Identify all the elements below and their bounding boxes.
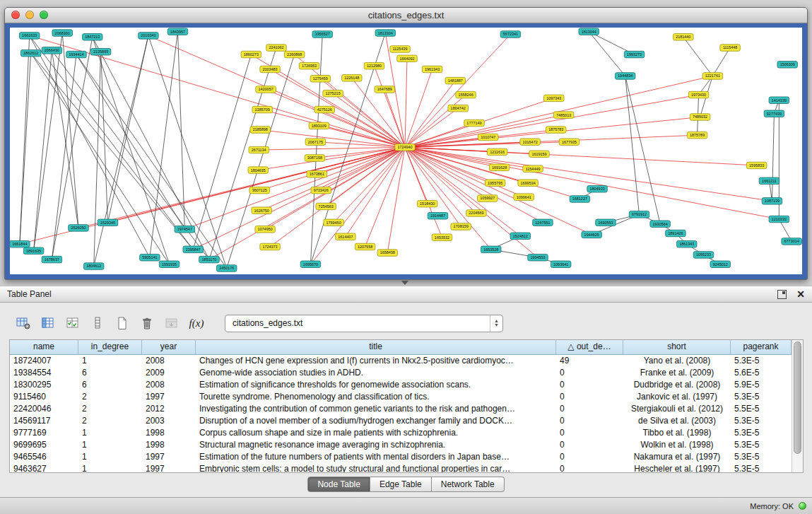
graph-node[interactable]: 1626750 [252,207,271,214]
graph-node[interactable]: 9245012 [710,261,730,268]
float-panel-icon[interactable] [777,290,787,299]
graph-node[interactable]: 1690553 [596,219,616,226]
graph-node[interactable]: 1558246 [456,91,476,98]
graph-node[interactable]: 2241062 [266,45,286,52]
new-document-button[interactable] [113,315,131,332]
graph-node[interactable]: 2016343 [139,33,158,40]
graph-node[interactable]: 1211616 [487,148,507,156]
graph-node[interactable]: 2450176 [216,265,236,272]
graph-node[interactable]: 1956527 [312,31,332,38]
column-header-pagerank[interactable]: pagerank [731,340,792,354]
show-columns-button[interactable] [39,315,57,332]
table-row[interactable]: 1456911722003Disruption of a novel membe… [10,415,792,427]
table-row[interactable]: 1938455462009Genome-wide association stu… [10,367,792,379]
graph-node[interactable]: 1891635 [23,247,43,255]
graph-node[interactable]: 1944834 [615,73,635,80]
graph-node[interactable]: 1207558 [355,243,375,250]
graph-node[interactable]: 1661844 [10,240,30,247]
graph-node[interactable]: 1506309 [777,62,797,69]
graph-node[interactable]: 1678637 [42,256,61,263]
graph-node[interactable]: 1099641 [514,194,534,201]
vertical-scrollbar[interactable] [792,340,803,472]
graph-node[interactable]: 1944625 [582,231,601,238]
graph-node[interactable]: 2181440 [673,34,693,41]
graph-node[interactable]: 1661633 [19,33,39,40]
table-row[interactable]: 911546021997Tourette syndrome. Phenomeno… [10,391,792,403]
graph-node[interactable]: 1653532 [432,234,452,241]
graph-node[interactable]: 1804612 [83,263,103,270]
graph-node[interactable]: 1212980 [364,62,384,69]
graph-node[interactable]: 2185898 [250,127,270,134]
graph-node[interactable]: 1973430 [688,91,708,98]
table-row[interactable]: 946362711997Embryonic stem cells: a mode… [10,463,792,473]
graph-node[interactable]: 1210333 [769,216,789,223]
graph-node[interactable]: 1961343 [422,66,442,73]
graph-node[interactable]: 1934553 [528,254,548,261]
graph-node[interactable]: 3087158 [305,155,324,162]
graph-node[interactable]: 1804742 [448,105,468,112]
graph-node[interactable]: 1059927 [478,195,498,202]
graph-node[interactable]: 9733426 [311,187,331,194]
graph-node[interactable]: 1658438 [377,250,397,257]
graph-node[interactable]: 1591935 [159,261,179,268]
column-header-out_de[interactable]: △ out_de… [556,340,623,354]
column-header-year[interactable]: year [142,340,196,354]
graph-node[interactable]: 1726953 [299,62,319,69]
graph-node[interactable]: 1221761 [702,73,722,80]
graph-node[interactable]: 1677935 [559,139,579,146]
graph-node[interactable]: 1010747 [478,134,498,141]
graph-node[interactable]: 1529345 [98,219,117,226]
graph-node[interactable]: 1095233 [693,252,713,259]
table-source-dropdown[interactable]: citations_edges.txt ▲▼ [225,315,503,332]
graph-node[interactable]: 1619159 [529,151,549,158]
scrollbar-thumb[interactable] [794,341,801,454]
graph-node[interactable]: 1993273 [624,51,644,58]
graph-node[interactable]: 1420057 [256,86,276,93]
graph-node[interactable]: 7485032 [690,114,710,121]
graph-node[interactable]: 1267551 [533,219,553,226]
graph-node[interactable]: 1385709 [252,106,272,113]
graph-node[interactable]: 1695670 [300,261,320,268]
tab-network-table[interactable]: Network Table [432,477,505,492]
graph-node[interactable]: 1115448 [720,45,740,52]
table-row[interactable]: 1830029562008Estimation of significance … [10,379,792,391]
graph-node[interactable]: 7254563 [316,203,336,210]
graph-node[interactable]: 2067175 [305,139,325,146]
graph-node[interactable]: 1851170 [199,256,219,263]
graph-node[interactable]: 1673861 [307,171,326,178]
row-selector-button[interactable] [88,315,107,332]
delete-table-button[interactable] [138,315,156,332]
graph-node[interactable]: 1226148 [342,75,362,82]
graph-node[interactable]: 2671134 [249,146,269,153]
table-row[interactable]: 969969511998Structural magnetic resonanc… [10,439,792,451]
graph-node[interactable]: 2066430 [42,47,61,54]
tab-node-table[interactable]: Node Table [307,477,370,492]
graph-node[interactable]: 7485013 [553,112,573,119]
close-window-icon[interactable] [11,11,20,19]
graph-node[interactable]: 1813044 [579,28,599,35]
graph-node[interactable]: 1595833 [746,162,766,169]
graph-node[interactable]: 1804635 [248,167,268,174]
graph-node[interactable]: 6791912 [629,211,649,218]
graph-node[interactable]: 1275459 [310,76,330,83]
graph-node[interactable]: 2068300 [52,30,72,37]
column-header-name[interactable]: name [10,340,78,354]
graph-node[interactable]: 1724373 [260,243,280,250]
graph-node[interactable]: 3607125 [249,187,269,194]
graph-node[interactable]: 1074950 [255,226,275,233]
network-canvas-area[interactable]: 1724940121298016640921961343148188715582… [10,28,802,274]
graph-node[interactable]: 1614407 [336,233,355,240]
graph-node[interactable]: 1843957 [167,28,187,35]
table-row[interactable]: 2242004622012Investigating the contribut… [10,403,792,415]
graph-node[interactable]: 1653528 [481,246,500,253]
graph-node[interactable]: 1708159 [451,223,471,230]
graph-node[interactable]: 1016472 [520,139,540,146]
edit-table-button[interactable] [64,315,82,332]
graph-node[interactable]: 1930564 [650,221,670,228]
network-canvas[interactable]: 1724940121298016640921961343148188715582… [10,28,802,274]
graph-node[interactable]: 1097343 [544,95,564,102]
table-row[interactable]: 946554611997Estimation of the future num… [10,451,792,463]
graph-node[interactable]: 1875789 [687,132,707,139]
graph-node[interactable]: 1125439 [390,46,410,53]
graph-node[interactable]: 1093641 [551,261,570,268]
